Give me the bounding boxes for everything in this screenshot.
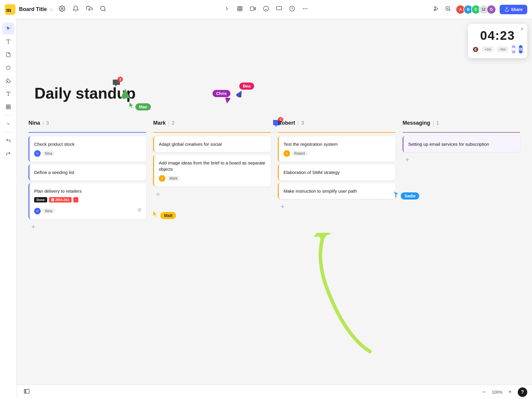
frame-tool[interactable] xyxy=(2,101,14,113)
svg-point-28 xyxy=(7,66,10,69)
shapes-tool[interactable] xyxy=(2,62,14,74)
column-mark-count: 2 xyxy=(172,121,175,126)
pen-tool[interactable] xyxy=(2,75,14,87)
card-title: Setting up email services for subscripti… xyxy=(408,141,515,147)
zoom-in-button[interactable]: + xyxy=(506,387,514,397)
expand-tool[interactable] xyxy=(2,118,14,130)
svg-rect-33 xyxy=(6,105,10,109)
help-button[interactable]: ? xyxy=(518,387,527,397)
tag-arrow: ↑ xyxy=(73,197,79,202)
settings-icon[interactable] xyxy=(58,4,66,15)
select-tool[interactable] xyxy=(2,23,14,34)
card-title: Plan delivery to retailers xyxy=(34,188,141,194)
select-icon[interactable] xyxy=(432,4,440,14)
board-title[interactable]: Board Title xyxy=(19,6,47,12)
share-button[interactable]: Share xyxy=(500,5,527,14)
cursor-matt-label: Matt xyxy=(160,212,176,219)
card-add-image-ideas[interactable]: Add image ideas from the brief to a boar… xyxy=(153,155,271,186)
card-title: Test the registration system xyxy=(284,141,391,147)
present-icon[interactable] xyxy=(248,4,258,15)
svg-marker-43 xyxy=(224,98,230,104)
undo-tool[interactable] xyxy=(2,135,14,147)
svg-point-2 xyxy=(61,8,63,10)
add-card-messaging[interactable]: + xyxy=(403,155,412,164)
timer-add-1m-button[interactable]: +1m xyxy=(482,46,493,52)
card-tags: Done JJIRA-253 ↑ xyxy=(34,197,141,202)
topbar-right: A B C 12 D Share xyxy=(432,4,527,14)
timer-minutes: 04 xyxy=(480,28,495,42)
sticky-note-tool[interactable] xyxy=(2,49,14,61)
column-messaging-divider: | xyxy=(433,120,434,126)
timer-seconds: 23 xyxy=(500,28,515,42)
cursor-sadie-area: Sadie xyxy=(394,191,419,200)
collaborators-avatars[interactable]: A B C 12 D xyxy=(456,5,496,14)
cursor-mae: Mae xyxy=(129,102,151,110)
add-card-mark[interactable]: + xyxy=(153,189,163,199)
timer-icon[interactable] xyxy=(287,4,297,15)
card-define-seeding-list[interactable]: Define a seeding list xyxy=(28,164,146,180)
add-card-nina[interactable]: + xyxy=(28,222,38,232)
timer-display: 04:23 xyxy=(474,28,521,43)
card-footer: N Nina ⊞ xyxy=(34,205,141,214)
reactions-icon[interactable] xyxy=(261,4,271,15)
search-icon[interactable] xyxy=(99,4,107,15)
card-adapt-global[interactable]: Adapt global creatives for social xyxy=(153,136,271,152)
card-test-registration[interactable]: Test the registration system R Robert xyxy=(278,136,395,162)
sidebar-toggle-button[interactable] xyxy=(21,387,32,397)
add-card-robert[interactable]: + xyxy=(278,202,287,211)
avatar-me: D xyxy=(487,5,496,14)
miro-logo[interactable]: m xyxy=(5,4,15,15)
star-icon[interactable]: ☆ xyxy=(49,6,54,13)
toolbar-divider xyxy=(4,115,13,115)
timer-add-5m-button[interactable]: +5m xyxy=(497,46,508,52)
frames-icon[interactable] xyxy=(235,4,245,15)
svg-point-4 xyxy=(100,6,105,11)
column-mark-divider: | xyxy=(168,120,170,126)
column-mark: Mark | 2 Adapt global creatives for soci… xyxy=(153,120,271,232)
column-messaging: Messaging | 1 Setting up email services … xyxy=(403,120,520,232)
tag-jira: JJIRA-253 xyxy=(49,197,72,202)
svg-point-19 xyxy=(305,8,305,9)
timer-widget: × 04:23 🔇 +1m +5m xyxy=(468,24,527,58)
column-messaging-header: Messaging | 1 xyxy=(403,120,520,129)
zoom-icon[interactable] xyxy=(444,4,452,14)
topbar-icons xyxy=(58,4,107,15)
card-setting-up-email[interactable]: Setting up email services for subscripti… xyxy=(403,136,520,152)
text-tool[interactable] xyxy=(2,36,14,48)
column-robert-header: Robert | 3 xyxy=(278,120,395,129)
notifications-icon[interactable] xyxy=(71,4,80,15)
svg-marker-45 xyxy=(316,233,328,242)
zoom-out-button[interactable]: − xyxy=(480,387,488,397)
more-options-icon[interactable] xyxy=(300,4,311,15)
comment-badge-1: 3 xyxy=(118,77,123,82)
timer-sound-icon: 🔇 xyxy=(473,47,479,52)
card-elaboration-smm[interactable]: Elaboration of SMM strategy xyxy=(278,164,395,180)
timer-close-button[interactable]: × xyxy=(520,26,524,32)
topbar-left: m Board Title ☆ xyxy=(5,4,107,15)
timer-stop-button[interactable] xyxy=(512,45,515,53)
svg-point-18 xyxy=(303,8,304,9)
text-large-tool[interactable] xyxy=(2,88,14,100)
more-tools-icon[interactable] xyxy=(221,4,232,15)
card-make-instruction[interactable]: Make instruction to simplify user path xyxy=(278,183,395,199)
card-plan-delivery[interactable]: Plan delivery to retailers Done JJIRA-25… xyxy=(28,183,146,219)
svg-marker-44 xyxy=(312,233,331,237)
svg-line-5 xyxy=(104,10,105,11)
triangle-green xyxy=(121,89,130,99)
hide-icon[interactable] xyxy=(274,4,284,15)
timer-pause-button[interactable] xyxy=(519,45,522,53)
columns-area: Nina | 3 Check product stock N Nina Defi… xyxy=(28,120,520,232)
assignee-name-footer: Nina xyxy=(42,208,55,214)
svg-rect-46 xyxy=(24,389,25,393)
board-title-area: Board Title ☆ xyxy=(19,6,54,13)
column-messaging-name: Messaging xyxy=(403,120,430,126)
redo-tool[interactable] xyxy=(2,148,14,160)
svg-rect-39 xyxy=(520,48,520,51)
card-assignee: R Robert xyxy=(284,150,391,157)
upload-icon[interactable] xyxy=(85,4,94,15)
card-check-product-stock[interactable]: Check product stock N Nina xyxy=(28,136,146,162)
column-messaging-count: 1 xyxy=(436,121,439,126)
svg-rect-38 xyxy=(512,48,515,51)
timer-colon: : xyxy=(495,28,500,42)
column-nina-header: Nina | 3 xyxy=(28,120,146,129)
